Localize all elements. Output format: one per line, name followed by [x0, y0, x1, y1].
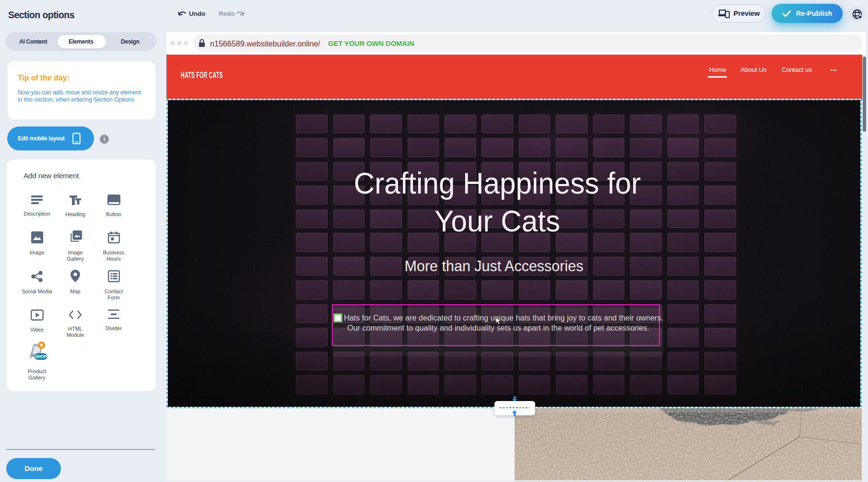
svg-text:SHOP: SHOP	[35, 354, 47, 359]
